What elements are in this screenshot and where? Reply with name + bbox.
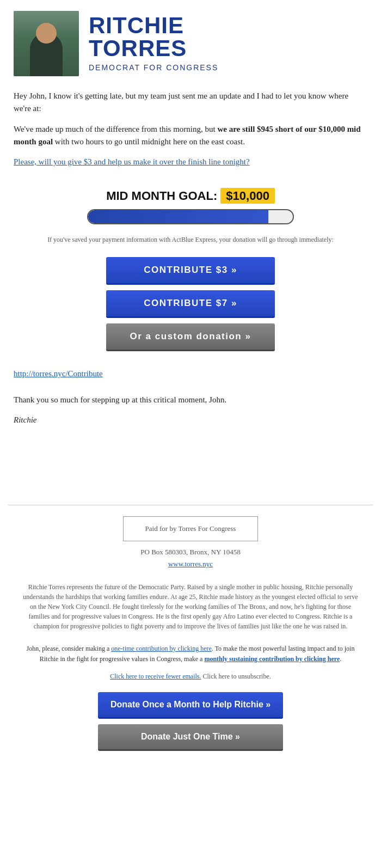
progress-bar-container: [87, 209, 294, 224]
candidate-name: RITCHIE TORRES: [89, 14, 218, 60]
contribute-7-button[interactable]: CONTRIBUTE $7 »: [106, 290, 275, 318]
main-paragraph: We've made up much of the difference fro…: [14, 123, 367, 149]
footer-cta-prefix: John, please, consider making a: [27, 645, 112, 652]
cta-link[interactable]: Please, will you give $3 and help us mak…: [14, 157, 250, 166]
para1-prefix: We've made up much of the difference fro…: [14, 125, 217, 133]
footer-cta: John, please, consider making a one-time…: [0, 641, 381, 667]
header-title-block: RITCHIE TORRES DEMOCRAT FOR CONGRESS: [79, 14, 218, 74]
contribute-3-button[interactable]: CONTRIBUTE $3 »: [106, 257, 275, 285]
para1-suffix: with two hours to go until midnight here…: [53, 137, 245, 146]
email-wrapper: RITCHIE TORRES DEMOCRAT FOR CONGRESS Hey…: [0, 0, 381, 767]
footer-one-time-link[interactable]: one-time contribution by clicking here: [111, 645, 212, 652]
body-content: Hey John, I know it's getting late, but …: [0, 82, 381, 181]
footer-monthly-link[interactable]: monthly sustaining contribution by click…: [204, 655, 340, 663]
footer-spacer: [0, 439, 381, 505]
cta-link-paragraph: Please, will you give $3 and help us mak…: [14, 156, 367, 168]
paid-for-box: Paid for by Torres For Congress: [123, 516, 259, 541]
buttons-section: CONTRIBUTE $3 » CONTRIBUTE $7 » Or a cus…: [0, 254, 381, 365]
footer-website-link[interactable]: www.torres.nyc: [168, 560, 213, 568]
contribute-url-link[interactable]: http://torres.nyc/Contribute: [14, 369, 103, 378]
goal-title: MID MONTH GOAL: $10,000: [14, 187, 367, 205]
thank-you-text: Thank you so much for stepping up at thi…: [14, 394, 367, 406]
goal-section: MID MONTH GOAL: $10,000: [0, 181, 381, 230]
fewer-emails-link[interactable]: Click here to receive fewer emails.: [110, 673, 201, 680]
signature: Ritchie: [14, 414, 367, 426]
footer-unsubscribe: Click here to receive fewer emails. Clic…: [0, 671, 381, 681]
email-header: RITCHIE TORRES DEMOCRAT FOR CONGRESS: [0, 0, 381, 82]
progress-bar-fill: [88, 210, 268, 223]
footer-buttons: Donate Once a Month to Help Ritchie » Do…: [0, 689, 381, 767]
footer-bio: Ritchie Torres represents the future of …: [0, 577, 381, 637]
photo-image: [14, 11, 79, 76]
thank-you-section: Thank you so much for stepping up at thi…: [0, 386, 381, 440]
goal-label: MID MONTH GOAL:: [106, 189, 217, 203]
unsubscribe-text: Click here to unsubscribe.: [201, 673, 271, 680]
candidate-photo: [14, 11, 79, 76]
greeting-paragraph: Hey John, I know it's getting late, but …: [14, 90, 367, 115]
name-line2: TORRES: [89, 35, 187, 61]
footer-box-wrapper: Paid for by Torres For Congress PO Box 5…: [0, 505, 381, 577]
donate-monthly-button[interactable]: Donate Once a Month to Help Ritchie »: [98, 692, 283, 719]
signature-text: Ritchie: [14, 415, 36, 424]
custom-donation-button[interactable]: Or a custom donation »: [106, 323, 275, 351]
footer-website: www.torres.nyc: [14, 559, 367, 570]
contribute-url-section: http://torres.nyc/Contribute: [0, 365, 381, 386]
name-line1: RITCHIE: [89, 13, 184, 38]
candidate-subtitle: DEMOCRAT FOR CONGRESS: [89, 62, 218, 74]
actblue-text: If you've saved your payment information…: [0, 230, 381, 249]
goal-amount: $10,000: [220, 188, 275, 204]
footer-cta-suffix: .: [340, 655, 341, 663]
donate-once-button[interactable]: Donate Just One Time »: [98, 724, 283, 751]
po-box: PO Box 580303, Bronx, NY 10458: [14, 547, 367, 558]
